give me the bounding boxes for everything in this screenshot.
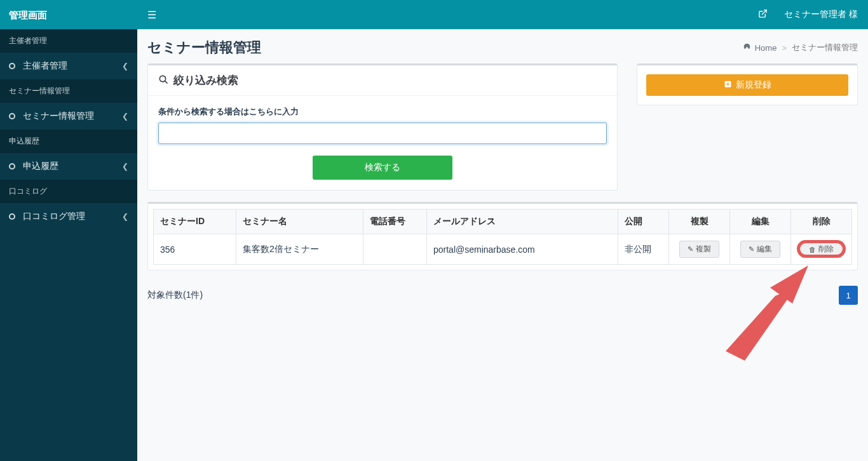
sidebar-header-apply: 申込履歴 bbox=[0, 130, 137, 153]
circle-icon bbox=[9, 63, 15, 69]
breadcrumb-sep: > bbox=[782, 43, 787, 53]
sidebar-item-review[interactable]: 口コミログ管理 ❮ bbox=[0, 203, 137, 230]
delete-button[interactable]: 🗑 削除 bbox=[801, 241, 842, 258]
table-panel: セミナーID セミナー名 電話番号 メールアドレス 公開 複製 編集 削除 35 bbox=[147, 202, 858, 271]
sidebar-item-label: 申込履歴 bbox=[23, 161, 58, 172]
sidebar-item-apply[interactable]: 申込履歴 ❮ bbox=[0, 153, 137, 180]
new-register-button[interactable]: 新規登録 bbox=[646, 74, 848, 96]
sidebar-item-label: 口コミログ管理 bbox=[23, 211, 85, 222]
cell-phone bbox=[363, 234, 427, 265]
dashboard-icon bbox=[743, 43, 751, 53]
page-1-button[interactable]: 1 bbox=[839, 286, 858, 305]
circle-icon bbox=[9, 163, 15, 170]
pagination: 1 bbox=[839, 286, 858, 305]
sidebar-header-seminar: セミナー情報管理 bbox=[0, 79, 137, 103]
sidebar-header-organizer: 主催者管理 bbox=[0, 29, 137, 53]
search-label: 条件から検索する場合はこちらに入力 bbox=[158, 106, 607, 117]
copy-button-label: 複製 bbox=[696, 244, 711, 255]
actions-panel: 新規登録 bbox=[637, 63, 858, 105]
hamburger-icon[interactable]: ☰ bbox=[147, 9, 156, 21]
delete-highlight: 🗑 削除 bbox=[801, 244, 842, 254]
new-register-label: 新規登録 bbox=[736, 79, 771, 91]
seminar-table: セミナーID セミナー名 電話番号 メールアドレス 公開 複製 編集 削除 35 bbox=[153, 209, 852, 265]
pencil-icon: ✎ bbox=[688, 245, 693, 253]
edit-button[interactable]: ✎ 編集 bbox=[740, 241, 780, 258]
svg-marker-6 bbox=[770, 265, 808, 304]
sidebar-item-organizer[interactable]: 主催者管理 ❮ bbox=[0, 53, 137, 79]
th-email: メールアドレス bbox=[427, 210, 618, 234]
chevron-left-icon: ❮ bbox=[122, 212, 128, 221]
search-icon bbox=[158, 74, 168, 87]
sidebar-item-label: 主催者管理 bbox=[23, 60, 67, 72]
chevron-left-icon: ❮ bbox=[122, 112, 128, 121]
th-copy: 複製 bbox=[669, 210, 730, 234]
delete-button-label: 削除 bbox=[818, 244, 834, 255]
chevron-left-icon: ❮ bbox=[122, 62, 128, 70]
search-panel-heading: 絞り込み検索 bbox=[173, 73, 238, 88]
copy-button[interactable]: ✎ 複製 bbox=[679, 241, 719, 258]
th-edit: 編集 bbox=[730, 210, 791, 234]
breadcrumb-current: セミナー情報管理 bbox=[792, 42, 858, 53]
circle-icon bbox=[9, 113, 15, 119]
plus-icon bbox=[724, 80, 732, 90]
chevron-left-icon: ❮ bbox=[122, 162, 128, 171]
sidebar-header-review: 口コミログ bbox=[0, 180, 137, 203]
brand: 管理画面 bbox=[0, 0, 137, 29]
th-pub: 公開 bbox=[618, 210, 669, 234]
sidebar: 管理画面 主催者管理 主催者管理 ❮ セミナー情報管理 セミナー情報管理 ❮ 申… bbox=[0, 0, 137, 461]
page-title: セミナー情報管理 bbox=[147, 38, 261, 57]
svg-marker-7 bbox=[726, 288, 796, 361]
th-phone: 電話番号 bbox=[363, 210, 427, 234]
cell-id: 356 bbox=[154, 234, 236, 265]
annotation-arrow-icon bbox=[700, 259, 827, 367]
topbar: ☰ セミナー管理者 様 bbox=[137, 0, 868, 29]
pencil-icon: ✎ bbox=[749, 245, 754, 253]
th-id: セミナーID bbox=[154, 210, 236, 234]
topbar-user[interactable]: セミナー管理者 様 bbox=[784, 9, 858, 20]
circle-icon bbox=[9, 213, 15, 220]
sidebar-item-label: セミナー情報管理 bbox=[23, 110, 94, 122]
svg-line-0 bbox=[762, 10, 766, 15]
sidebar-item-seminar[interactable]: セミナー情報管理 ❮ bbox=[0, 103, 137, 130]
th-del: 削除 bbox=[791, 210, 852, 234]
cell-email: portal@seminarbase.com bbox=[427, 234, 618, 265]
breadcrumb-home[interactable]: Home bbox=[755, 43, 777, 53]
search-input[interactable] bbox=[158, 123, 607, 144]
breadcrumb: Home > セミナー情報管理 bbox=[743, 42, 858, 53]
table-row: 356 集客数2倍セミナー portal@seminarbase.com 非公開… bbox=[154, 234, 852, 265]
search-button[interactable]: 検索する bbox=[313, 156, 452, 180]
th-name: セミナー名 bbox=[236, 210, 363, 234]
edit-button-label: 編集 bbox=[757, 244, 772, 255]
cell-name: 集客数2倍セミナー bbox=[236, 234, 363, 265]
search-panel: 絞り込み検索 条件から検索する場合はこちらに入力 検索する bbox=[147, 63, 618, 190]
content-area: セミナー情報管理 Home > セミナー情報管理 bbox=[137, 29, 868, 461]
trash-icon: 🗑 bbox=[809, 246, 816, 253]
external-link-icon[interactable] bbox=[758, 9, 768, 20]
svg-line-2 bbox=[165, 81, 167, 83]
cell-pub: 非公開 bbox=[618, 234, 669, 265]
results-count: 対象件数(1件) bbox=[147, 290, 203, 301]
